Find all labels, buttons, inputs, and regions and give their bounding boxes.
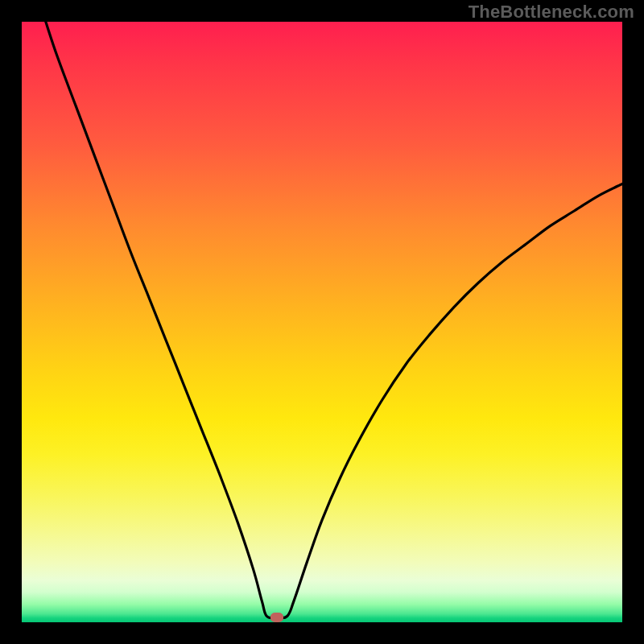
optimum-marker-dot: [270, 613, 283, 622]
plot-area: [22, 22, 622, 622]
watermark-text: TheBottleneck.com: [469, 2, 634, 23]
chart-frame: TheBottleneck.com: [0, 0, 644, 644]
bottleneck-curve: [22, 22, 622, 622]
